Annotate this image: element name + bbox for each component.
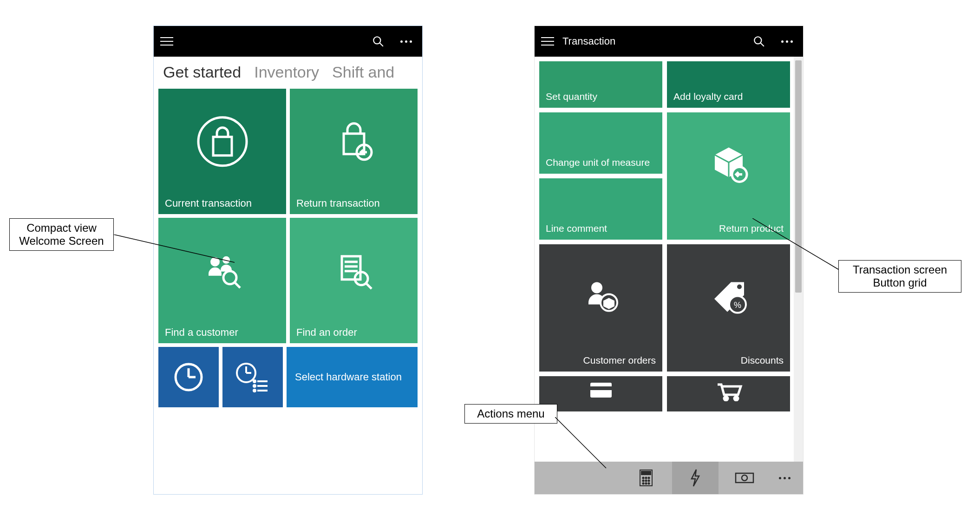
package-return-icon [708, 144, 750, 188]
calculator-icon [639, 469, 653, 487]
svg-point-24 [254, 390, 255, 392]
svg-point-4 [210, 257, 220, 266]
scrollbar[interactable] [794, 57, 803, 462]
tile-label: Change unit of measure [546, 157, 650, 168]
svg-text:%: % [733, 300, 741, 310]
tile-partial-cart[interactable] [667, 376, 790, 411]
svg-point-44 [645, 480, 647, 481]
customer-orders-icon [580, 276, 622, 320]
order-search-icon [331, 248, 377, 296]
svg-point-41 [645, 477, 647, 478]
svg-rect-35 [590, 386, 612, 390]
tile-clock[interactable] [158, 347, 219, 407]
welcome-tile-row-small: Select hardware station [154, 347, 422, 407]
ellipsis-icon [400, 40, 412, 43]
svg-rect-39 [641, 471, 651, 475]
actions-menu-bar [535, 462, 803, 494]
ellipsis-icon [779, 477, 791, 479]
tile-find-customer[interactable]: Find a customer [158, 218, 286, 343]
svg-line-1 [379, 43, 383, 46]
clock-icon [172, 361, 205, 393]
svg-point-29 [591, 282, 602, 294]
tile-clock-list[interactable] [222, 347, 283, 407]
transaction-screen-phone: Transaction Set quantity Add loyalty car… [534, 26, 804, 495]
tile-label: Return transaction [296, 197, 411, 209]
svg-point-46 [642, 483, 644, 484]
customer-search-icon [199, 248, 246, 296]
tile-set-quantity[interactable]: Set quantity [539, 61, 662, 108]
svg-point-20 [254, 380, 255, 382]
lightning-icon [689, 469, 702, 487]
more-button[interactable] [777, 32, 797, 51]
tile-add-loyalty-card[interactable]: Add loyalty card [667, 61, 790, 108]
svg-point-43 [642, 480, 644, 481]
scrollbar-thumb[interactable] [795, 60, 802, 293]
tile-discounts[interactable]: % Discounts [667, 244, 790, 372]
cash-icon [734, 471, 755, 484]
svg-line-7 [235, 282, 240, 287]
more-button[interactable] [396, 32, 416, 51]
topbar: Transaction [535, 26, 803, 57]
tile-find-order[interactable]: Find an order [290, 218, 418, 343]
search-button[interactable] [749, 32, 769, 51]
welcome-screen-phone: Get started Inventory Shift and Current … [153, 26, 423, 495]
shopping-bag-circle-icon [195, 113, 250, 171]
action-cash[interactable] [721, 462, 768, 494]
svg-point-48 [648, 483, 649, 484]
annotation-transaction-grid: Transaction screen Button grid [838, 260, 961, 293]
action-more[interactable] [771, 462, 798, 494]
tile-label: Find a customer [165, 326, 280, 339]
welcome-tile-grid: Current transaction Return transaction [154, 85, 422, 347]
card-icon [588, 381, 614, 399]
tile-change-unit-of-measure[interactable]: Change unit of measure [539, 112, 662, 174]
tab-shift[interactable]: Shift and [332, 63, 394, 81]
svg-point-36 [724, 397, 728, 400]
svg-point-37 [734, 397, 738, 400]
tile-label: Select hardware station [295, 371, 402, 383]
shopping-bag-return-icon [331, 118, 377, 167]
svg-point-6 [223, 271, 236, 284]
tile-label: Customer orders [583, 355, 656, 366]
annotation-welcome-screen: Compact view Welcome Screen [9, 218, 114, 251]
tile-current-transaction[interactable]: Current transaction [158, 89, 286, 214]
tile-partial-card[interactable] [539, 376, 662, 411]
svg-line-27 [760, 43, 764, 46]
action-quick-actions[interactable] [672, 462, 719, 494]
action-calculator[interactable] [623, 462, 669, 494]
search-button[interactable] [368, 32, 388, 51]
page-title: Transaction [562, 35, 615, 47]
svg-point-45 [648, 480, 649, 481]
tile-return-transaction[interactable]: Return transaction [290, 89, 418, 214]
topbar [154, 26, 422, 57]
annotation-actions-menu: Actions menu [464, 404, 557, 424]
ellipsis-icon [781, 40, 793, 43]
tile-label: Current transaction [165, 197, 280, 209]
svg-point-22 [254, 385, 255, 387]
tile-line-comment[interactable]: Line comment [539, 178, 662, 240]
svg-point-47 [645, 483, 647, 484]
tile-label: Discounts [741, 355, 784, 366]
search-icon [372, 35, 384, 47]
tile-label: Line comment [546, 223, 607, 234]
svg-point-5 [222, 256, 230, 263]
hamburger-icon[interactable] [160, 37, 173, 46]
search-icon [753, 35, 765, 47]
tile-label: Add loyalty card [673, 91, 743, 102]
svg-point-31 [737, 285, 742, 289]
tile-return-product[interactable]: Return product [667, 112, 790, 240]
tab-get-started[interactable]: Get started [163, 63, 241, 81]
tile-label: Set quantity [546, 91, 597, 102]
hamburger-icon[interactable] [541, 37, 554, 46]
tile-select-hardware-station[interactable]: Select hardware station [287, 347, 418, 407]
tabstrip: Get started Inventory Shift and [154, 57, 422, 85]
svg-line-13 [366, 283, 372, 288]
clock-list-icon [234, 361, 271, 393]
svg-point-0 [373, 37, 380, 44]
tab-inventory[interactable]: Inventory [254, 63, 319, 81]
discount-tag-icon: % [708, 276, 750, 320]
transaction-button-grid: Set quantity Add loyalty card Change uni… [535, 57, 794, 462]
svg-point-40 [642, 477, 644, 478]
svg-point-50 [742, 475, 747, 481]
tile-customer-orders[interactable]: Customer orders [539, 244, 662, 372]
svg-point-42 [648, 477, 649, 478]
